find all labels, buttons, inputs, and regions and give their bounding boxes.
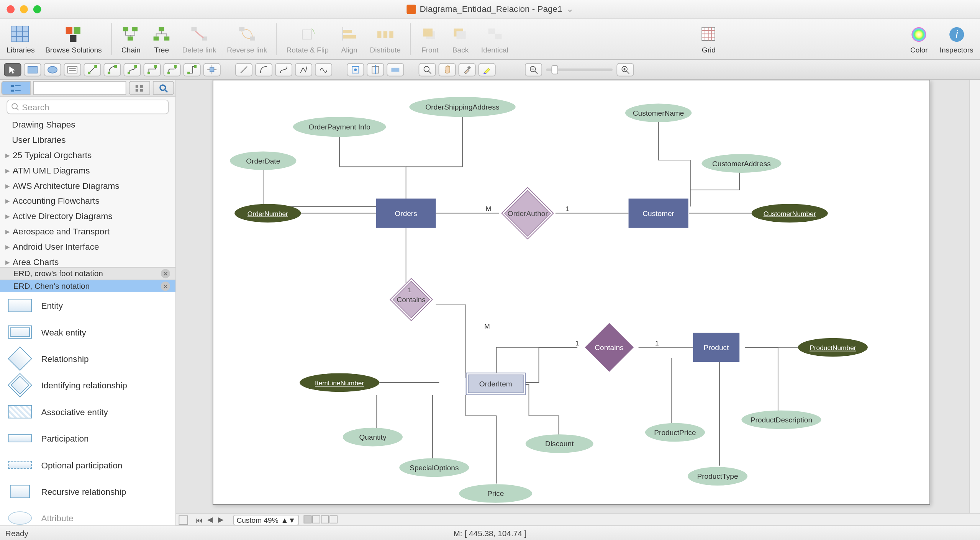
zoom-in-button[interactable] bbox=[616, 63, 634, 76]
lib-item[interactable]: ▸ATM UML Diagrams bbox=[0, 163, 175, 178]
attr-customernumber[interactable]: CustomerNumber bbox=[751, 204, 828, 223]
conn-round-tool[interactable] bbox=[164, 63, 181, 76]
line-tool[interactable] bbox=[235, 63, 252, 76]
conn-smart-tool[interactable] bbox=[144, 63, 161, 76]
rel-orderauthor[interactable]: OrderAuthor bbox=[492, 190, 562, 236]
attr-ordernumber[interactable]: OrderNumber bbox=[234, 204, 301, 223]
attr-productdescription[interactable]: ProductDescription bbox=[741, 411, 821, 429]
lib-item[interactable]: ▸Active Directory Diagrams bbox=[0, 209, 175, 224]
stencil-weak-entity[interactable]: Weak entity bbox=[0, 319, 175, 345]
attr-discount[interactable]: Discount bbox=[526, 434, 593, 453]
polyline-tool[interactable] bbox=[295, 63, 312, 76]
pointer-tool[interactable] bbox=[4, 63, 21, 76]
rel-contains2[interactable]: Contains bbox=[579, 324, 639, 370]
close-icon[interactable]: ✕ bbox=[161, 269, 170, 278]
sidebar-filter-input[interactable] bbox=[33, 81, 126, 95]
arc-tool[interactable] bbox=[255, 63, 272, 76]
sidebar-view-grid[interactable] bbox=[129, 81, 150, 95]
close-icon[interactable]: ✕ bbox=[161, 281, 170, 291]
attr-quantity[interactable]: Quantity bbox=[343, 428, 403, 447]
text-tool[interactable] bbox=[64, 63, 81, 76]
tools-toolbar bbox=[0, 60, 980, 80]
attr-customeraddress[interactable]: CustomerAddress bbox=[701, 154, 781, 173]
lib-item[interactable]: ▸Area Charts bbox=[0, 254, 175, 267]
lib-item[interactable]: ▸Accounting Flowcharts bbox=[0, 193, 175, 209]
snap-env-tool[interactable] bbox=[347, 63, 364, 76]
chain-button[interactable]: Chain bbox=[116, 23, 146, 55]
stencil-optional[interactable]: Optional participation bbox=[0, 452, 175, 478]
search-input[interactable]: Search bbox=[7, 100, 169, 114]
entity-product[interactable]: Product bbox=[693, 333, 739, 362]
rect-tool[interactable] bbox=[24, 63, 41, 76]
zoom-slider[interactable] bbox=[546, 68, 613, 71]
spline-tool[interactable] bbox=[275, 63, 292, 76]
reroute-tool[interactable] bbox=[203, 63, 221, 76]
zoom-select[interactable]: Custom 49%▲▼ bbox=[233, 514, 299, 525]
page-prev-icon[interactable]: ◀ bbox=[205, 515, 215, 524]
back-button: Back bbox=[445, 23, 476, 55]
attr-orderpayment[interactable]: OrderPayment Info bbox=[293, 117, 386, 137]
collapse-sidebar-icon[interactable] bbox=[179, 515, 188, 524]
conn-ortho-tool[interactable] bbox=[184, 63, 201, 76]
attr-productprice[interactable]: ProductPrice bbox=[645, 423, 705, 442]
pan-tool[interactable] bbox=[439, 63, 456, 76]
libraries-button[interactable]: Libraries bbox=[1, 23, 40, 55]
conn-direct-tool[interactable] bbox=[84, 63, 101, 76]
canvas-area[interactable]: Orders Customer Product OrderItem OrderN… bbox=[176, 80, 980, 525]
lib-item[interactable]: ▸Aerospace and Transport bbox=[0, 224, 175, 239]
conn-arc-tool[interactable] bbox=[104, 63, 121, 76]
tree-button[interactable]: Tree bbox=[146, 23, 177, 55]
search-canvas-tool[interactable] bbox=[419, 63, 436, 76]
stencil-recursive[interactable]: Recursive relationship bbox=[0, 478, 175, 505]
svg-line-63 bbox=[429, 71, 431, 74]
attr-orderdate[interactable]: OrderDate bbox=[230, 151, 296, 170]
browse-button[interactable]: Browse Solutions bbox=[40, 23, 107, 55]
page-next-icon[interactable]: ▶ bbox=[216, 515, 225, 524]
stencil-participation[interactable]: Participation bbox=[0, 425, 175, 452]
ellipse-tool[interactable] bbox=[44, 63, 61, 76]
attr-customername[interactable]: CustomerName bbox=[625, 104, 692, 123]
grid-button[interactable]: Grid bbox=[693, 23, 724, 55]
highlighter-tool[interactable] bbox=[479, 63, 496, 76]
chevron-down-icon[interactable]: ⌄ bbox=[566, 4, 574, 14]
page-first-icon[interactable]: ⏮ bbox=[195, 516, 204, 524]
sidebar-view-tree[interactable] bbox=[1, 81, 30, 95]
tab-crow[interactable]: ERD, crow's foot notation✕ bbox=[0, 267, 175, 280]
lib-item[interactable]: ▸AWS Architecture Diagrams bbox=[0, 178, 175, 193]
lib-item[interactable]: Drawing Shapes bbox=[0, 117, 175, 132]
attr-price[interactable]: Price bbox=[459, 484, 532, 503]
tab-chen[interactable]: ERD, Chen's notation✕ bbox=[0, 280, 175, 292]
freehand-tool[interactable] bbox=[315, 63, 332, 76]
color-button[interactable]: Color bbox=[904, 23, 934, 55]
entity-customer[interactable]: Customer bbox=[629, 199, 688, 228]
lib-item[interactable]: User Libraries bbox=[0, 132, 175, 147]
sidebar-search-button[interactable] bbox=[153, 81, 174, 95]
snap-guide-tool[interactable] bbox=[367, 63, 384, 76]
zoom-out-button[interactable] bbox=[525, 63, 542, 76]
stencil-entity[interactable]: Entity bbox=[0, 292, 175, 319]
eyedropper-tool[interactable] bbox=[459, 63, 476, 76]
lib-item[interactable]: ▸25 Typical Orgcharts bbox=[0, 147, 175, 163]
stencil-relationship[interactable]: Relationship bbox=[0, 345, 175, 372]
canvas[interactable]: Orders Customer Product OrderItem OrderN… bbox=[213, 80, 930, 505]
snap-obj-tool[interactable] bbox=[387, 63, 404, 76]
attr-specialoptions[interactable]: SpecialOptions bbox=[399, 458, 469, 477]
inspectors-button[interactable]: i Inspectors bbox=[934, 23, 979, 55]
attr-producttype[interactable]: ProductType bbox=[688, 467, 747, 486]
attr-itemlinenumber[interactable]: ItemLineNumber bbox=[300, 373, 379, 392]
layer-indicators[interactable] bbox=[303, 515, 337, 524]
svg-line-55 bbox=[241, 66, 247, 73]
lib-item[interactable]: ▸Android User Interface bbox=[0, 239, 175, 254]
attr-productnumber[interactable]: ProductNumber bbox=[798, 338, 868, 357]
rel-contains1[interactable]: Contains bbox=[386, 280, 436, 319]
attr-ordershipping[interactable]: OrderShippingAddress bbox=[409, 97, 515, 117]
conn-bezier-tool[interactable] bbox=[124, 63, 141, 76]
color-label: Color bbox=[910, 46, 928, 54]
svg-rect-7 bbox=[70, 35, 76, 41]
stencil-attribute[interactable]: Attribute bbox=[0, 505, 175, 525]
stencil-assoc-entity[interactable]: Associative entity bbox=[0, 399, 175, 425]
entity-orderitem[interactable]: OrderItem bbox=[466, 373, 526, 395]
stencil-identifying[interactable]: Identifying relationship bbox=[0, 372, 175, 398]
entity-orders[interactable]: Orders bbox=[376, 199, 436, 228]
vertical-scrollbar[interactable] bbox=[969, 80, 980, 513]
